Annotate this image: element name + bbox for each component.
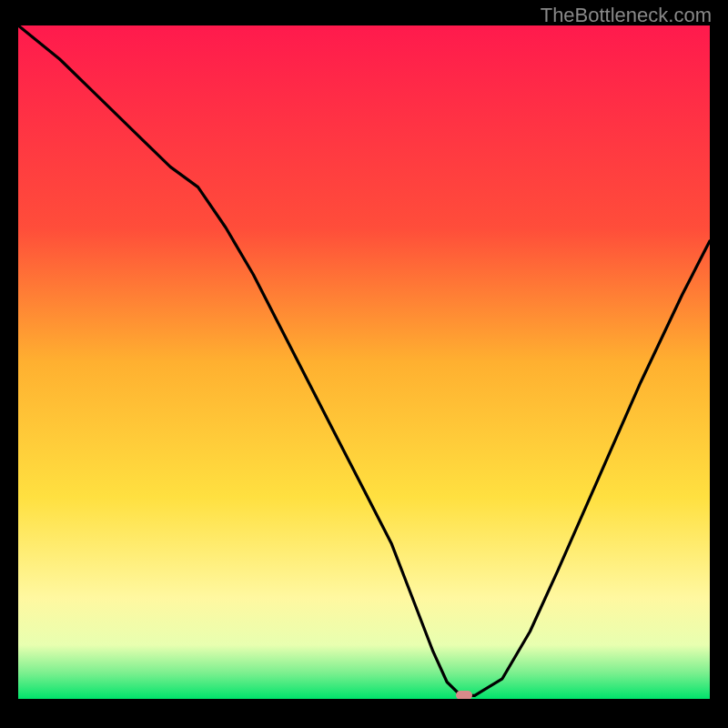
plot-area	[18, 25, 710, 699]
watermark-text: TheBottleneck.com	[541, 4, 712, 27]
optimal-marker	[456, 691, 472, 699]
bottleneck-curve	[18, 25, 710, 699]
